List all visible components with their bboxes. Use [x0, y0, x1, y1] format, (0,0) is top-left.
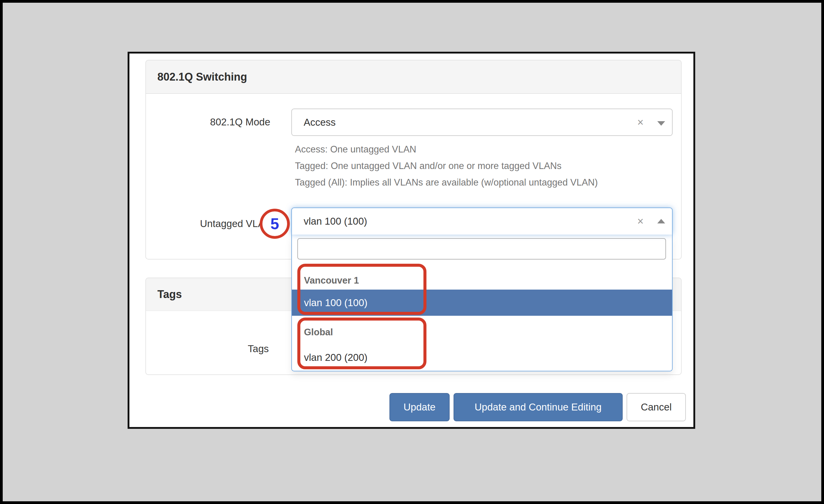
untagged-vlan-select[interactable]: vlan 100 (100) × [291, 208, 673, 235]
mode-help-line: Access: One untagged VLAN [295, 141, 598, 157]
mode-select[interactable]: Access × [291, 109, 673, 136]
dropdown-group-label: Global [304, 326, 333, 339]
mode-help-text: Access: One untagged VLAN Tagged: One un… [295, 141, 598, 191]
switching-panel-title: 802.1Q Switching [158, 60, 247, 94]
annotation-step-number: 5 [271, 215, 279, 233]
dropdown-group-label: Vancouver 1 [304, 274, 359, 287]
chevron-up-icon [657, 219, 665, 224]
cancel-button[interactable]: Cancel [627, 393, 686, 421]
mode-clear-icon[interactable]: × [634, 109, 647, 135]
untagged-vlan-select-value: vlan 100 (100) [304, 208, 367, 235]
mode-help-line: Tagged: One untagged VLAN and/or one or … [295, 157, 598, 174]
annotation-step-circle: 5 [260, 209, 290, 239]
update-button[interactable]: Update [390, 393, 449, 421]
untagged-vlan-clear-icon[interactable]: × [634, 208, 647, 235]
mode-select-value: Access [304, 109, 335, 135]
dropdown-option-vlan-100[interactable]: vlan 100 (100) [292, 289, 672, 316]
mode-field-label: 802.1Q Mode [120, 115, 270, 129]
dropdown-search-input[interactable] [297, 238, 666, 259]
chevron-down-icon [657, 121, 665, 126]
mode-help-line: Tagged (All): Implies all VLANs are avai… [295, 174, 598, 191]
tags-panel-title: Tags [158, 277, 182, 311]
screenshot-canvas: 802.1Q Switching 802.1Q Mode Access × Ac… [0, 0, 824, 504]
untagged-vlan-dropdown: Vancouver 1 vlan 100 (100) Global vlan 2… [291, 235, 673, 371]
untagged-vlan-field-label: Untagged VLAN [120, 217, 272, 231]
tags-field-label: Tags [120, 342, 269, 356]
dropdown-option-vlan-200[interactable]: vlan 200 (200) [292, 348, 672, 367]
update-and-continue-button[interactable]: Update and Continue Editing [453, 393, 623, 421]
